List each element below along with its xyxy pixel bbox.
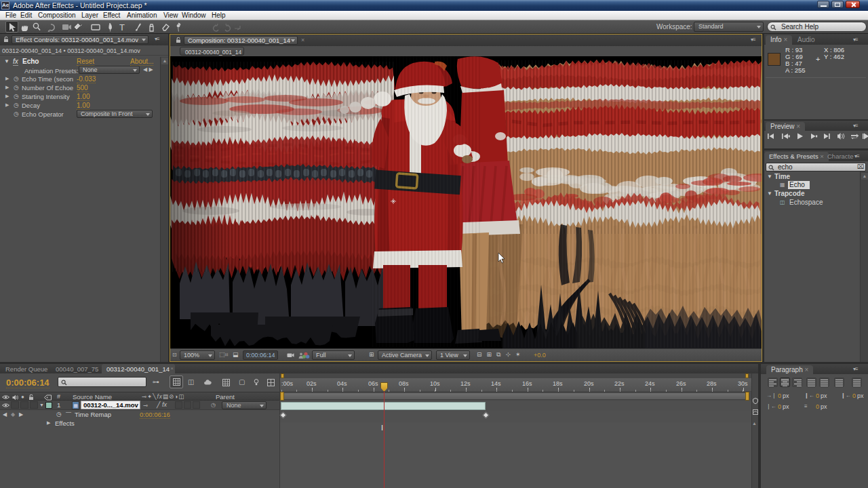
- svg-text:T: T: [119, 22, 125, 33]
